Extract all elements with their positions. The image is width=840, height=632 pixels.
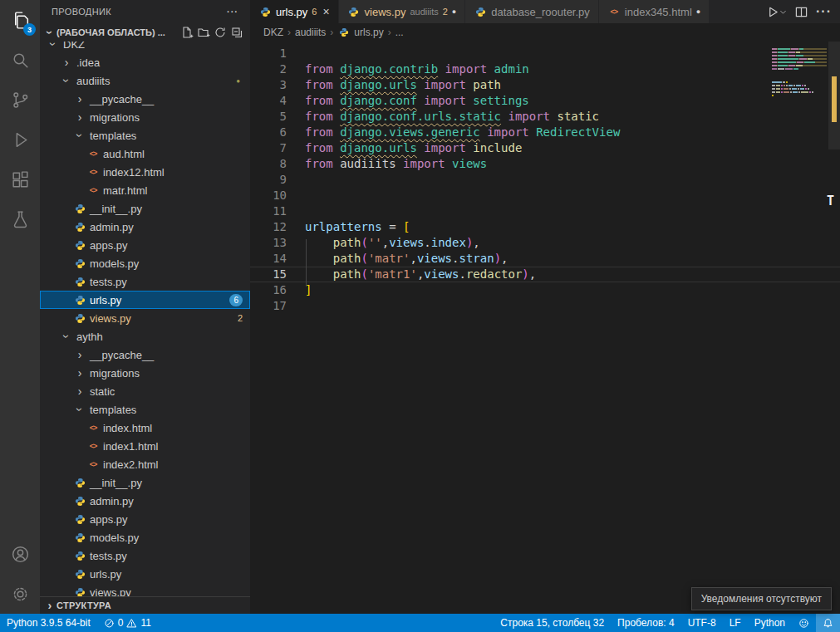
notifications-bell-icon[interactable] xyxy=(816,614,840,632)
tab-views.py[interactable]: views.pyaudiiits2● xyxy=(339,0,466,23)
tree-file-aud.html[interactable]: <>aud.html xyxy=(40,145,250,163)
tab-label: index345.html xyxy=(625,6,692,18)
tree-folder-static[interactable]: ›static xyxy=(40,382,250,400)
code-line-6[interactable]: 6from django.views.generic import Redire… xyxy=(250,125,840,140)
indentation-status[interactable]: Пробелов: 4 xyxy=(611,614,681,632)
tree-folder-aythh[interactable]: ›aythh xyxy=(40,327,250,345)
tree-file-urls.py[interactable]: urls.py6 xyxy=(40,291,250,309)
sidebar-more-actions[interactable]: ··· xyxy=(227,7,238,17)
tree-file-tests.py[interactable]: tests.py xyxy=(40,272,250,291)
language-mode-status[interactable]: Python xyxy=(748,614,792,632)
eol-status[interactable]: LF xyxy=(723,614,748,632)
tree-file-__init__.py[interactable]: __init__.py xyxy=(40,473,250,492)
minimap-line xyxy=(772,71,827,73)
tree-file-index1.html[interactable]: <>index1.html xyxy=(40,437,250,455)
cursor-position-status[interactable]: Строка 15, столбец 32 xyxy=(494,614,611,632)
tree-folder-audiiits[interactable]: ›audiiits● xyxy=(40,71,250,90)
breadcrumb-item-urls.py[interactable]: urls.py xyxy=(337,27,383,38)
tab-database_roouter.py[interactable]: database_roouter.py xyxy=(465,0,599,23)
tree-folder-__pycache__[interactable]: ›__pycache__ xyxy=(40,345,250,364)
refresh-icon[interactable] xyxy=(214,26,227,39)
code-line-14[interactable]: 14 path('matr',views.stran), xyxy=(250,251,840,267)
run-debug-icon[interactable] xyxy=(0,120,40,159)
code-line-15[interactable]: 15 path('matr1',views.redactor), xyxy=(250,267,840,282)
code-line-5[interactable]: 5from django.conf.urls.static import sta… xyxy=(250,109,840,125)
minimap[interactable] xyxy=(772,45,827,100)
tree-file-admin.py[interactable]: admin.py xyxy=(40,218,250,236)
breadcrumb-item-DKZ[interactable]: DKZ xyxy=(263,27,283,38)
tree-file-views.py[interactable]: views.py2 xyxy=(40,309,250,327)
code-line-2[interactable]: 2from django.contrib import admin xyxy=(250,61,840,77)
settings-gear-icon[interactable] xyxy=(0,574,40,614)
error-icon xyxy=(104,618,115,629)
tree-folder-templates[interactable]: ›templates xyxy=(40,400,250,419)
overview-ruler[interactable] xyxy=(828,42,840,614)
tree-file-index2.html[interactable]: <>index2.html xyxy=(40,455,250,473)
tree-folder-migrations[interactable]: ›migrations xyxy=(40,364,250,382)
account-icon[interactable] xyxy=(0,534,40,574)
tab-urls.py[interactable]: urls.py6× xyxy=(250,0,339,23)
tree-folder-DKZ[interactable]: ›DKZ xyxy=(40,42,250,53)
close-icon[interactable]: × xyxy=(322,5,329,18)
tree-item-label: urls.py xyxy=(90,294,121,306)
code-line-4[interactable]: 4from django.conf import settings xyxy=(250,93,840,109)
tree-folder-__pycache__[interactable]: ›__pycache__ xyxy=(40,90,250,108)
modified-dot[interactable]: ● xyxy=(452,7,456,16)
code-line-10[interactable]: 10 xyxy=(250,188,840,203)
problems-status[interactable]: 0 11 xyxy=(97,614,158,632)
tree-folder-.idea[interactable]: ›.idea xyxy=(40,53,250,71)
testing-icon[interactable] xyxy=(0,199,40,239)
line-content: from django.urls import include xyxy=(287,140,522,156)
minimap-line xyxy=(772,98,827,100)
tree-file-urls.py[interactable]: urls.py xyxy=(40,565,250,583)
tree-file-tests.py[interactable]: tests.py xyxy=(40,546,250,565)
code-line-12[interactable]: 12urlpatterns = [ xyxy=(250,219,840,235)
breadcrumb-item-...[interactable]: ... xyxy=(395,27,404,38)
tree-file-admin.py[interactable]: admin.py xyxy=(40,492,250,510)
tree-file-apps.py[interactable]: apps.py xyxy=(40,236,250,254)
tree-file-models.py[interactable]: models.py xyxy=(40,254,250,272)
code-line-16[interactable]: 16] xyxy=(250,282,840,298)
encoding-status[interactable]: UTF-8 xyxy=(681,614,723,632)
extensions-icon[interactable] xyxy=(0,159,40,199)
code-line-1[interactable]: 1 xyxy=(250,46,840,61)
code-line-11[interactable]: 11 xyxy=(250,203,840,219)
code-line-8[interactable]: 8from audiiits import views xyxy=(250,156,840,172)
tree-folder-migrations[interactable]: ›migrations xyxy=(40,108,250,126)
tree-folder-templates[interactable]: ›templates xyxy=(40,126,250,145)
code-line-7[interactable]: 7from django.urls import include xyxy=(250,140,840,156)
notification-toast[interactable]: Уведомления отсутствуют xyxy=(691,587,832,610)
code-line-3[interactable]: 3from django.urls import path xyxy=(250,77,840,93)
code-line-17[interactable]: 17 xyxy=(250,298,840,314)
python-interpreter-status[interactable]: Python 3.9.5 64-bit xyxy=(0,614,97,632)
tree-file-models.py[interactable]: models.py xyxy=(40,528,250,546)
source-control-icon[interactable] xyxy=(0,80,40,120)
tree-file-matr.html[interactable]: <>matr.html xyxy=(40,181,250,199)
collapse-all-icon[interactable] xyxy=(230,26,243,39)
tab-index345.html[interactable]: <>index345.html● xyxy=(599,0,710,23)
new-folder-icon[interactable] xyxy=(197,26,210,39)
minimap-line xyxy=(772,95,827,96)
code-line-9[interactable]: 9 xyxy=(250,172,840,188)
search-icon[interactable] xyxy=(0,40,40,80)
modified-dot[interactable]: ● xyxy=(696,7,700,16)
tree-file-views.py[interactable]: views.py xyxy=(40,583,250,596)
tree-file-index12.html[interactable]: <>index12.html xyxy=(40,163,250,181)
workspace-section-header[interactable]: › (РАБОЧАЯ ОБЛАСТЬ) ... xyxy=(40,23,250,42)
explorer-icon[interactable]: 3 xyxy=(0,0,40,40)
split-editor-icon[interactable] xyxy=(795,6,808,18)
tree-file-index.html[interactable]: <>index.html xyxy=(40,419,250,437)
feedback-icon[interactable] xyxy=(792,614,816,632)
more-actions-icon[interactable]: ··· xyxy=(816,4,832,19)
tree-file-__init__.py[interactable]: __init__.py xyxy=(40,199,250,218)
python-file-icon xyxy=(73,277,86,287)
tree-file-apps.py[interactable]: apps.py xyxy=(40,510,250,528)
breadcrumb-item-audiiits[interactable]: audiiits xyxy=(295,27,326,38)
run-python-file-button[interactable] xyxy=(767,6,787,18)
explorer-badge: 3 xyxy=(23,23,36,36)
line-content xyxy=(287,188,305,203)
activity-bar-spacer xyxy=(0,239,40,534)
outline-section[interactable]: › СТРУКТУРА xyxy=(40,596,250,614)
code-line-13[interactable]: 13 path('',views.index), xyxy=(250,235,840,251)
new-file-icon[interactable] xyxy=(180,26,194,39)
